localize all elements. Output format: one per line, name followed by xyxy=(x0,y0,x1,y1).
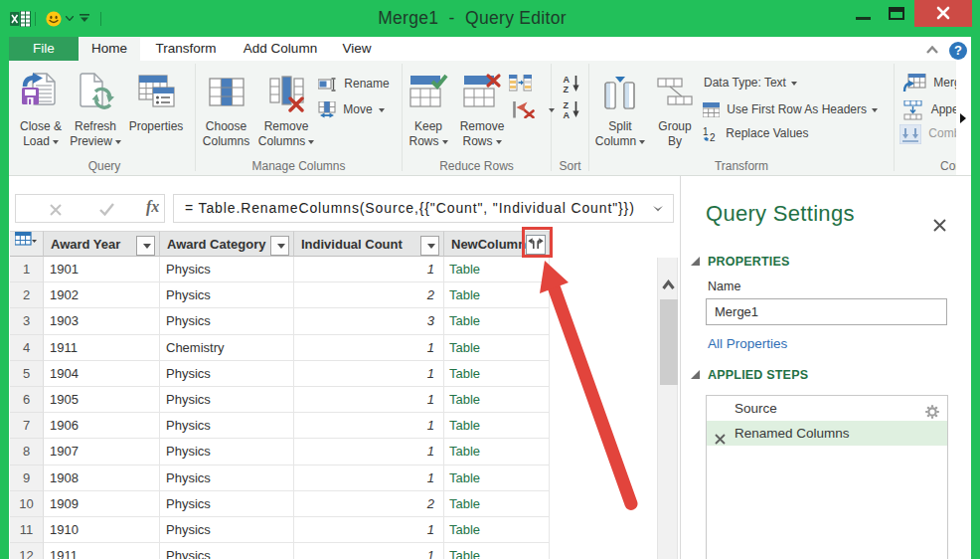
svg-text:Z: Z xyxy=(564,85,570,94)
svg-text:A: A xyxy=(564,75,571,85)
svg-text:2: 2 xyxy=(710,132,716,142)
svg-text:1: 1 xyxy=(703,126,709,137)
svg-text:Z: Z xyxy=(564,100,570,110)
svg-text:A: A xyxy=(564,110,571,120)
